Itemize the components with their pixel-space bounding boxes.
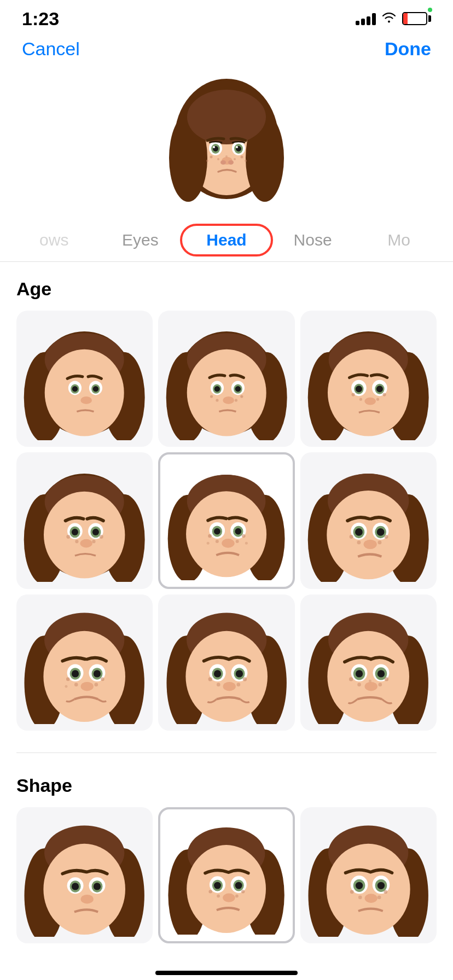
svg-point-5 (187, 90, 266, 144)
shape-option-3[interactable] (300, 807, 437, 943)
cancel-button[interactable]: Cancel (22, 38, 80, 60)
svg-point-99 (242, 534, 246, 538)
svg-point-46 (235, 386, 241, 392)
tab-eyes[interactable]: Eyes (97, 231, 184, 249)
svg-point-111 (355, 528, 363, 536)
tab-nose[interactable]: Nose (270, 231, 356, 249)
status-bar: 1:23 (0, 0, 453, 33)
svg-point-127 (72, 670, 79, 677)
svg-point-106 (327, 491, 410, 579)
svg-point-83 (92, 540, 96, 543)
svg-point-139 (185, 631, 268, 722)
age-option-3[interactable] (300, 311, 437, 447)
svg-point-195 (235, 895, 239, 898)
shape-option-1[interactable] (16, 807, 153, 943)
svg-point-165 (385, 677, 388, 681)
age-option-8[interactable] (158, 594, 294, 731)
svg-point-88 (186, 492, 266, 578)
status-icons (356, 11, 431, 26)
svg-point-208 (350, 890, 354, 894)
svg-point-77 (72, 529, 78, 535)
age-option-1[interactable] (16, 311, 153, 447)
svg-point-50 (240, 395, 243, 398)
age-section: Age (0, 262, 453, 747)
svg-point-82 (100, 535, 103, 539)
svg-point-101 (245, 542, 248, 545)
svg-point-164 (357, 683, 361, 687)
nav-bar: Cancel Done (0, 33, 453, 65)
svg-point-63 (364, 398, 376, 405)
svg-point-147 (208, 677, 212, 681)
shape-option-2[interactable] (158, 807, 294, 943)
svg-point-211 (378, 896, 381, 900)
svg-point-209 (358, 896, 362, 900)
svg-point-113 (364, 540, 377, 549)
svg-point-72 (44, 491, 125, 578)
age-grid (16, 311, 437, 731)
svg-point-78 (92, 529, 99, 535)
svg-point-189 (214, 882, 221, 889)
done-button[interactable]: Done (385, 38, 431, 60)
age-option-7[interactable] (16, 594, 153, 731)
svg-point-66 (383, 393, 386, 396)
status-time: 1:23 (22, 8, 59, 30)
svg-point-163 (349, 677, 353, 681)
svg-point-129 (81, 682, 94, 691)
svg-point-22 (245, 160, 247, 162)
memoji-avatar (166, 76, 287, 207)
svg-point-35 (81, 396, 92, 404)
svg-point-205 (356, 882, 363, 889)
svg-point-97 (216, 540, 219, 543)
svg-point-177 (72, 883, 79, 890)
svg-point-28 (45, 349, 124, 436)
svg-point-190 (235, 882, 242, 889)
svg-point-133 (101, 678, 105, 681)
age-option-5[interactable] (158, 452, 294, 588)
svg-point-145 (236, 670, 243, 677)
age-option-2[interactable] (158, 311, 294, 447)
svg-point-20 (241, 156, 243, 159)
wifi-icon (381, 11, 397, 26)
battery-icon (402, 12, 431, 25)
svg-point-161 (378, 670, 385, 677)
svg-point-33 (72, 386, 78, 392)
age-option-4[interactable] (16, 452, 153, 588)
age-section-title: Age (16, 278, 437, 300)
svg-point-160 (356, 670, 363, 677)
svg-point-81 (76, 540, 79, 543)
tab-head[interactable]: Head (183, 231, 270, 249)
svg-point-49 (216, 399, 218, 402)
svg-point-23 (225, 155, 228, 158)
svg-point-207 (365, 894, 378, 903)
svg-point-117 (378, 540, 382, 544)
tab-mo[interactable]: Mo (356, 231, 442, 249)
svg-point-51 (235, 399, 237, 402)
shape-grid (16, 807, 437, 943)
svg-point-17 (210, 156, 213, 159)
svg-point-148 (217, 683, 220, 687)
shape-section: Shape (0, 759, 453, 960)
home-bar (155, 971, 298, 975)
svg-point-34 (93, 386, 98, 392)
svg-point-62 (376, 386, 383, 393)
svg-point-112 (377, 528, 385, 536)
tab-brows[interactable]: ows (11, 231, 97, 249)
svg-point-131 (74, 683, 78, 687)
svg-point-94 (235, 528, 242, 535)
svg-point-13 (236, 146, 238, 148)
home-indicator (0, 960, 453, 980)
svg-point-172 (44, 844, 126, 935)
svg-point-79 (80, 539, 92, 548)
svg-point-100 (236, 540, 239, 543)
svg-point-206 (378, 882, 385, 889)
svg-point-162 (365, 682, 378, 691)
svg-point-48 (210, 395, 213, 398)
svg-point-15 (220, 160, 226, 165)
svg-point-200 (327, 844, 410, 935)
svg-point-96 (208, 534, 212, 538)
age-option-9[interactable] (300, 594, 437, 731)
svg-point-192 (209, 890, 212, 893)
shape-section-title: Shape (16, 775, 437, 796)
svg-point-144 (214, 670, 221, 677)
age-option-6[interactable] (300, 452, 437, 588)
